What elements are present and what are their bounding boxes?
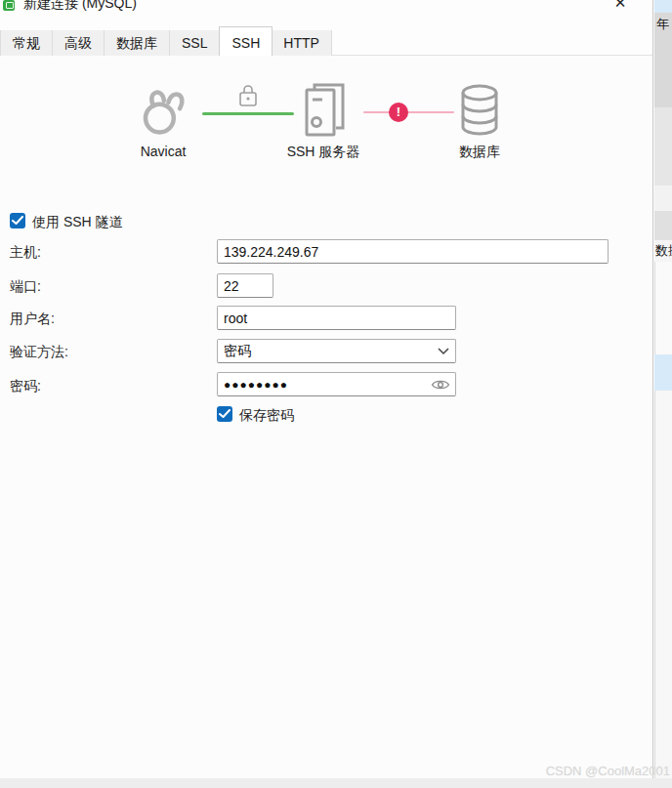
lock-icon <box>237 83 259 108</box>
show-password-eye-icon[interactable] <box>431 378 450 392</box>
password-label: 密码: <box>10 378 41 395</box>
background-block <box>654 262 672 354</box>
background-block <box>654 391 672 788</box>
port-label: 端口: <box>10 278 41 296</box>
use-ssh-tunnel-label: 使用 SSH 隧道 <box>32 214 123 231</box>
tab-ssl[interactable]: SSL <box>170 30 220 56</box>
auth-method-select[interactable]: 密码 <box>217 339 456 363</box>
save-password-label: 保存密码 <box>239 407 294 425</box>
host-label: 主机: <box>10 244 41 262</box>
password-field-wrap <box>217 372 456 396</box>
auth-method-label: 验证方法: <box>10 344 68 361</box>
watermark-text: CSDN @CoolMa2001 <box>546 764 670 778</box>
tab-general[interactable]: 常规 <box>0 30 53 56</box>
navicat-logo-icon <box>135 84 191 137</box>
diagram-database-label: 数据库 <box>441 144 519 161</box>
dialog-title: 新建连接 (MySQL) <box>23 0 137 13</box>
tunnel-ok-line <box>202 112 294 115</box>
diagram-ssh-server-label: SSH 服务器 <box>274 144 372 161</box>
background-block <box>654 186 672 211</box>
background-block <box>654 0 672 13</box>
background-window-strip: 年 数据 <box>654 0 672 788</box>
port-input[interactable] <box>217 273 273 298</box>
background-block <box>654 354 672 391</box>
tab-strip: 常规 高级 数据库 SSL SSH HTTP <box>0 29 332 56</box>
tab-content-ssh <box>0 55 652 778</box>
background-block <box>654 107 672 186</box>
database-icon <box>458 82 501 139</box>
password-input[interactable] <box>217 372 456 396</box>
tab-advanced[interactable]: 高级 <box>53 30 105 56</box>
background-block <box>654 211 672 240</box>
tab-ssh[interactable]: SSH <box>219 26 273 56</box>
host-input[interactable] <box>217 239 609 264</box>
error-badge-icon: ! <box>389 103 408 122</box>
checkmark-icon <box>219 409 231 419</box>
tab-http[interactable]: HTTP <box>272 30 332 56</box>
username-label: 用户名: <box>10 311 55 328</box>
new-connection-dialog: 新建连接 (MySQL) ✕ 常规 高级 数据库 SSL SSH HTTP Na… <box>0 0 653 788</box>
auth-method-value: 密码 <box>224 340 251 362</box>
title-bar: 新建连接 (MySQL) <box>0 0 652 13</box>
screenshot-stage: 年 数据 新建连接 (MySQL) ✕ 常规 高级 数据库 SSL SSH HT… <box>0 0 672 788</box>
background-text-fragment: 年 <box>656 16 669 33</box>
db-error-line <box>363 111 454 113</box>
ssh-server-icon <box>303 82 346 139</box>
chevron-down-icon <box>438 348 449 355</box>
checkmark-icon <box>12 216 23 226</box>
username-input[interactable] <box>217 306 456 330</box>
diagram-navicat-label: Navicat <box>127 144 199 159</box>
background-block: 年 <box>654 13 672 107</box>
connection-app-icon <box>3 0 15 11</box>
use-ssh-tunnel-checkbox[interactable] <box>10 213 25 228</box>
close-icon[interactable]: ✕ <box>611 0 629 12</box>
tab-databases[interactable]: 数据库 <box>105 30 170 56</box>
background-text-fragment: 数据 <box>655 242 672 260</box>
dialog-bottom-edge <box>0 778 672 788</box>
background-block: 数据 <box>654 240 672 262</box>
save-password-checkbox[interactable] <box>217 406 232 422</box>
